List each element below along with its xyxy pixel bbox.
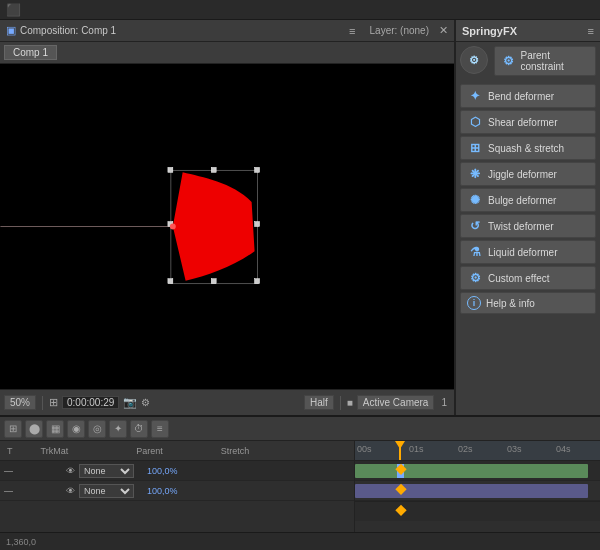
tl-ruler: 00s 01s 02s 03s 04s [355,441,600,461]
app-icon: ⬛ [6,3,21,17]
status-bar: 1,360,0 [0,532,600,550]
tl-tool-6[interactable]: ✦ [109,420,127,438]
options-icon[interactable]: ⚙ [141,397,150,408]
layer2-parent-select[interactable]: None [79,484,134,498]
tick-01s: 01s [409,444,424,454]
tl-tool-5[interactable]: ◎ [88,420,106,438]
zoom-button[interactable]: 50% [4,395,36,410]
track-row-2 [355,481,600,501]
tl-tool-1[interactable]: ⊞ [4,420,22,438]
camera-view-button[interactable]: Active Camera [357,395,435,410]
layer1-parent: None [77,464,137,478]
camera-icon: 📷 [123,396,137,409]
parent-constraint-icon: ⚙ [501,53,516,69]
jiggle-deformer-btn[interactable]: ❋ Jiggle deformer [460,162,596,186]
squash-stretch-btn[interactable]: ⊞ Squash & stretch [460,136,596,160]
layer1-parent-select[interactable]: None [79,464,134,478]
track-row-1 [355,461,600,481]
keyframe-row [355,501,600,521]
psr-icon: ⚙ [469,54,479,67]
comp-area: ▣ Composition: Comp 1 ≡ Layer: (none) ✕ … [0,20,600,415]
comp-panel-header: ▣ Composition: Comp 1 ≡ Layer: (none) ✕ [0,20,454,42]
squash-label: Squash & stretch [488,143,564,154]
composition-title: Composition: Comp 1 [20,25,116,36]
help-label: Help & info [486,298,535,309]
timeline-tracks: 00s 01s 02s 03s 04s [355,441,600,532]
parent-constraint-btn[interactable]: ⚙ Parent constraint [494,46,596,76]
layer2-stretch: 100,0% [147,486,178,496]
track-bar-2 [355,484,588,498]
liquid-deformer-btn[interactable]: ⚗ Liquid deformer [460,240,596,264]
svg-rect-7 [255,279,260,284]
col-stretch: Stretch [218,446,253,456]
top-bar: ⬛ [0,0,600,20]
header-menu-icon[interactable]: ≡ [349,25,355,37]
help-info-btn[interactable]: i Help & info [460,292,596,314]
tick-03s: 03s [507,444,522,454]
layer-row-1: — 👁 None 100,0% [0,461,354,481]
grid-icon[interactable]: ⊞ [49,396,58,409]
shear-deformer-btn[interactable]: ⬡ Shear deformer [460,110,596,134]
tl-tool-4[interactable]: ◉ [67,420,85,438]
svg-rect-9 [168,279,173,284]
twist-label: Twist deformer [488,221,554,232]
twist-deformer-btn[interactable]: ↺ Twist deformer [460,214,596,238]
comp-tab[interactable]: Comp 1 [4,45,57,60]
channel-num: 1 [438,397,450,408]
sfx-menu-icon[interactable]: ≡ [588,25,594,37]
layer-header: T TrkMat Parent Stretch [0,441,354,461]
svg-rect-5 [255,167,260,172]
close-panel-icon[interactable]: ✕ [439,24,448,37]
bulge-deformer-btn[interactable]: ✺ Bulge deformer [460,188,596,212]
layer2-t: — [2,486,22,496]
bulge-label: Bulge deformer [488,195,556,206]
comp-icon: ▣ [6,24,16,37]
tl-tool-7[interactable]: ⏱ [130,420,148,438]
channel-indicator: ■ [347,397,353,408]
tl-tool-2[interactable]: ⬤ [25,420,43,438]
tl-tool-8[interactable]: ≡ [151,420,169,438]
main-layout: ▣ Composition: Comp 1 ≡ Layer: (none) ✕ … [0,20,600,550]
sep2 [340,396,341,410]
layer2-vis-icon[interactable]: 👁 [64,486,77,496]
bend-deformer-btn[interactable]: ✦ Bend deformer [460,84,596,108]
svg-point-11 [170,224,176,230]
track-bar-1 [355,464,588,478]
squash-icon: ⊞ [467,140,483,156]
parent-constraint-label: Parent constraint [521,50,590,72]
layer-label: Layer: (none) [370,25,429,36]
quality-button[interactable]: Half [304,395,334,410]
shear-label: Shear deformer [488,117,557,128]
col-parent: Parent [133,446,166,456]
psr-box: ⚙ ⚙ Parent constraint [456,42,600,80]
comp-svg [0,64,454,389]
comp-panel: ▣ Composition: Comp 1 ≡ Layer: (none) ✕ … [0,20,455,415]
svg-rect-6 [255,222,260,227]
timecode-display: 0:00:00:29 [62,396,119,409]
sep1 [42,396,43,410]
playhead-marker [395,441,405,449]
tl-tool-3[interactable]: ▦ [46,420,64,438]
shear-icon: ⬡ [467,114,483,130]
bend-label: Bend deformer [488,91,554,102]
sfx-button-list: ✦ Bend deformer ⬡ Shear deformer ⊞ Squas… [456,80,600,318]
psr-button[interactable]: ⚙ [460,46,488,74]
viewport-toolbar: 50% ⊞ 0:00:00:29 📷 ⚙ Half ■ Active Camer… [0,389,454,415]
custom-effect-btn[interactable]: ⚙ Custom effect [460,266,596,290]
coords-display: 1,360,0 [6,537,36,547]
jiggle-icon: ❋ [467,166,483,182]
twist-icon: ↺ [467,218,483,234]
jiggle-label: Jiggle deformer [488,169,557,180]
sfx-header: SpringyFX ≡ [456,20,600,42]
bottom-keyframe[interactable] [395,504,406,515]
help-icon: i [467,296,481,310]
timeline-area: ⊞ ⬤ ▦ ◉ ◎ ✦ ⏱ ≡ T TrkMat Parent Stretch … [0,415,600,550]
springyfx-panel: SpringyFX ≡ ⚙ ⚙ Parent constraint ✦ [455,20,600,415]
svg-rect-4 [211,167,216,172]
timeline-toolbar: ⊞ ⬤ ▦ ◉ ◎ ✦ ⏱ ≡ [0,417,600,441]
layer1-vis-icon[interactable]: 👁 [64,466,77,476]
layer-row-2: — 👁 None 100,0% [0,481,354,501]
tick-04s: 04s [556,444,571,454]
svg-rect-3 [168,167,173,172]
layer1-stretch: 100,0% [147,466,178,476]
